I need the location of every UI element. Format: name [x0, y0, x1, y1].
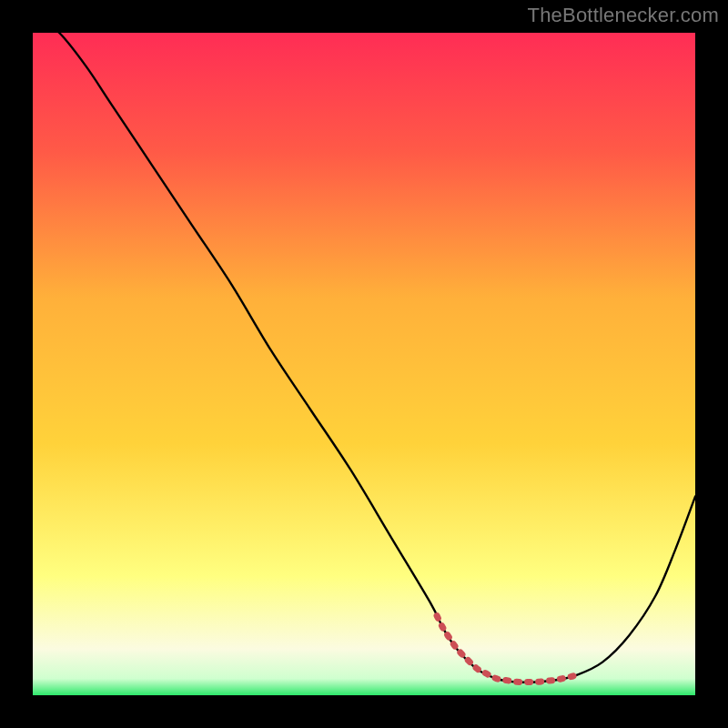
watermark-label: TheBottlenecker.com — [528, 4, 719, 27]
plot-area — [33, 33, 695, 695]
chart-svg — [33, 33, 695, 695]
chart-container: TheBottlenecker.com — [0, 0, 728, 728]
gradient-background — [33, 33, 695, 695]
